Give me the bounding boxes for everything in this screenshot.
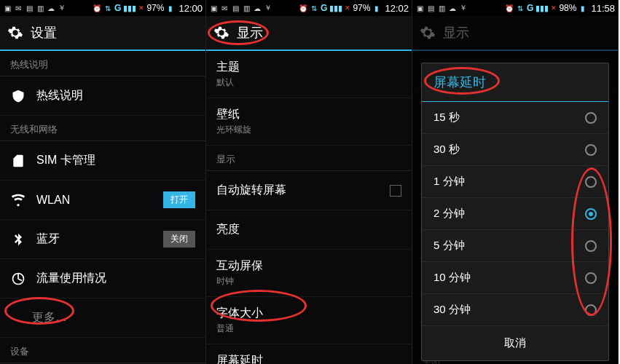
row-label: 壁纸 (216, 107, 401, 122)
option-label: 2 分钟 (433, 207, 465, 221)
signal-x-icon: ✕ (551, 4, 557, 12)
wechat-icon: ▣ (209, 4, 218, 12)
notif-icon: ▤ (426, 4, 435, 12)
row-label: 互动屏保 (216, 258, 401, 274)
network-type: G (527, 3, 533, 13)
row-wlan[interactable]: WLAN 打开 (0, 181, 205, 220)
status-bar: ▣ ✉ ▤ ▥ ☁ ￥ ⏰ ⇅ G ▮▮▮ ✕ 97% ▮ 12:02 (206, 0, 412, 16)
option-10m[interactable]: 10 分钟 (422, 262, 608, 294)
row-screen-timeout[interactable]: 屏幕延时 无操作 2 分钟后 (206, 344, 412, 364)
signal-icon: ▮▮▮ (123, 4, 136, 13)
option-label: 15 秒 (433, 111, 460, 124)
auto-rotate-checkbox[interactable] (390, 185, 401, 197)
screen-timeout-dialog: ▣ ▤ ▥ ☁ ￥ ⏰ ⇅ G ▮▮▮ ✕ 98% ▮ 11:58 显示 亮度 … (412, 0, 619, 364)
radio-icon (585, 112, 597, 124)
option-1m[interactable]: 1 分钟 (422, 166, 608, 198)
signal-x-icon: ✕ (345, 4, 350, 12)
alarm-icon: ⏰ (505, 4, 514, 12)
row-brightness[interactable]: 亮度 (206, 210, 412, 250)
row-label: 自动旋转屏幕 (216, 183, 390, 198)
radio-icon (585, 240, 597, 252)
row-hotline[interactable]: 热线说明 (0, 76, 205, 116)
alarm-icon: ⏰ (299, 4, 307, 12)
option-label: 1 分钟 (433, 175, 465, 189)
wifi-status-icon: ⇅ (310, 4, 318, 12)
wifi-status-icon: ⇅ (103, 4, 112, 12)
row-label: 亮度 (216, 222, 401, 237)
dialog-title: 屏幕延时 (422, 63, 608, 102)
row-sub: 普通 (216, 323, 401, 335)
row-label: 主题 (216, 60, 401, 75)
notif-icon: ▤ (25, 4, 34, 12)
timeout-dialog: 屏幕延时 15 秒 30 秒 1 分钟 2 分钟 5 分钟 10 分钟 30 分… (421, 63, 609, 361)
wifi-status-icon: ⇅ (516, 4, 525, 12)
cloud-icon: ☁ (253, 4, 262, 12)
yen-icon: ￥ (459, 4, 468, 12)
section-header-device: 设备 (0, 338, 205, 363)
signal-icon: ▮▮▮ (329, 4, 342, 13)
option-label: 10 分钟 (433, 271, 471, 285)
title-bar: 设置 (0, 16, 205, 51)
clock: 11:58 (591, 3, 615, 14)
cancel-button[interactable]: 取消 (422, 326, 608, 360)
row-sub: 光环螺旋 (216, 124, 401, 136)
row-data-usage[interactable]: 流量使用情况 (0, 259, 205, 298)
msg-icon: ✉ (14, 4, 23, 12)
section-header-display: 显示 (206, 146, 412, 171)
row-label: 蓝牙 (36, 232, 163, 247)
battery-percent: 97% (146, 3, 164, 13)
row-label: SIM 卡管理 (36, 153, 195, 168)
sim-icon (10, 153, 26, 169)
battery-icon: ▮ (372, 4, 381, 12)
row-label: 流量使用情况 (36, 271, 195, 286)
option-30s[interactable]: 30 秒 (422, 134, 608, 166)
settings-gear-icon (7, 25, 23, 41)
alarm-icon: ⏰ (93, 4, 101, 12)
cloud-icon: ☁ (448, 4, 457, 12)
option-5m[interactable]: 5 分钟 (422, 230, 608, 262)
option-2m[interactable]: 2 分钟 (422, 198, 608, 230)
row-label: 热线说明 (36, 88, 195, 103)
clock: 12:02 (385, 3, 409, 14)
wlan-toggle[interactable]: 打开 (163, 191, 195, 208)
status-bar: ▣ ▤ ▥ ☁ ￥ ⏰ ⇅ G ▮▮▮ ✕ 98% ▮ 11:58 (412, 0, 618, 16)
signal-icon: ▮▮▮ (535, 4, 549, 13)
row-auto-rotate[interactable]: 自动旋转屏幕 (206, 171, 412, 210)
wechat-icon: ▣ (3, 4, 12, 12)
row-wallpaper[interactable]: 壁纸 光环螺旋 (206, 98, 412, 146)
row-font-size[interactable]: 字体大小 普通 (206, 297, 412, 344)
row-more[interactable]: 更多… (0, 298, 205, 338)
option-label: 30 分钟 (433, 303, 471, 317)
radio-icon (585, 272, 597, 284)
row-bluetooth[interactable]: 蓝牙 关闭 (0, 220, 205, 259)
battery-icon: ▮ (166, 4, 175, 12)
row-theme[interactable]: 主题 默认 (206, 51, 412, 98)
bluetooth-toggle[interactable]: 关闭 (163, 231, 195, 248)
notif-icon: ▤ (231, 4, 240, 12)
option-30m[interactable]: 30 分钟 (422, 294, 608, 326)
radio-icon (585, 176, 597, 188)
battery-percent: 97% (353, 3, 370, 13)
section-header-hotline: 热线说明 (0, 51, 205, 76)
wifi-icon (10, 192, 26, 208)
notif-icon-2: ▥ (36, 4, 44, 12)
bluetooth-icon (10, 232, 26, 248)
screen-settings: ▣ ✉ ▤ ▥ ☁ ￥ ⏰ ⇅ G ▮▮▮ ✕ 97% ▮ 12:00 设置 热… (0, 0, 206, 364)
page-title-bg: 显示 (443, 24, 469, 41)
title-bar: 显示 (206, 16, 412, 51)
hotline-icon (10, 88, 26, 104)
radio-icon (585, 208, 597, 220)
row-label: 屏幕延时 (216, 353, 401, 364)
row-daydream[interactable]: 互动屏保 时钟 (206, 250, 412, 297)
row-label: 字体大小 (216, 306, 401, 321)
row-sim[interactable]: SIM 卡管理 (0, 141, 205, 181)
cloud-icon: ☁ (47, 4, 55, 12)
option-15s[interactable]: 15 秒 (422, 102, 608, 134)
page-title: 设置 (31, 24, 57, 41)
settings-gear-icon (213, 25, 229, 41)
row-label: 更多… (32, 310, 195, 325)
network-type: G (114, 3, 121, 13)
row-label: WLAN (36, 194, 163, 207)
row-sub: 时钟 (216, 275, 401, 288)
page-title: 显示 (237, 24, 263, 41)
